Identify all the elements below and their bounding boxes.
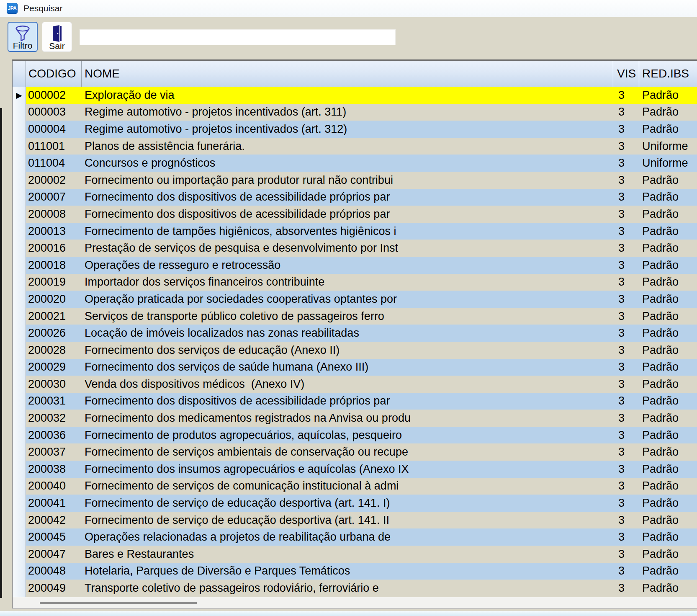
grid-body: ▶ 000002 Exploração de via 3 Padrão 0000… — [13, 87, 697, 597]
table-row[interactable]: 200002 Fornecimento ou importação para p… — [13, 172, 697, 189]
cell-nome: Fornecimento dos dispositivos de acessib… — [82, 393, 613, 410]
cell-vis: 3 — [613, 104, 639, 121]
row-selector-cell — [13, 580, 26, 597]
row-selector-cell — [13, 121, 26, 138]
cell-nome: Operações relacionadas a projetos de rea… — [82, 528, 613, 546]
cell-nome: Concursos e prognósticos — [82, 155, 613, 172]
row-selector-cell — [13, 427, 26, 444]
cell-codigo: 200019 — [26, 274, 82, 291]
cell-codigo: 200041 — [26, 495, 82, 512]
cell-vis: 3 — [613, 495, 639, 512]
cell-redibs: Padrão — [639, 359, 697, 376]
table-row[interactable]: 200040 Fornecimento de serviços de comun… — [13, 478, 697, 495]
cell-vis: 3 — [613, 427, 639, 444]
title-bar: JPA Pesquisar — [0, 0, 697, 17]
header-selector-cell — [13, 61, 26, 87]
table-row[interactable]: 200036 Fornecimento de produtos agropecu… — [13, 427, 697, 444]
row-selector-cell — [13, 359, 26, 376]
cell-redibs: Padrão — [639, 461, 697, 478]
cell-nome: Bares e Restaurantes — [82, 546, 613, 563]
table-row[interactable]: 200030 Venda dos dispositivos médicos (A… — [13, 376, 697, 393]
table-row[interactable]: 200048 Hotelaria, Parques de Diversão e … — [13, 563, 697, 580]
table-row[interactable]: 200029 Fornecimento dos serviços de saúd… — [13, 359, 697, 376]
cell-vis: 3 — [613, 223, 639, 240]
table-row[interactable]: 011004 Concursos e prognósticos 3 Unifor… — [13, 155, 697, 172]
row-selector-cell — [13, 528, 26, 546]
cell-nome: Fornecimento dos dispositivos de acessib… — [82, 206, 613, 223]
table-row[interactable]: 200020 Operação praticada por sociedades… — [13, 291, 697, 308]
app-icon: JPA — [7, 3, 18, 14]
cell-redibs: Padrão — [639, 291, 697, 308]
cell-nome: Importador dos serviços financeiros cont… — [82, 274, 613, 291]
cell-redibs: Uniforme — [639, 155, 697, 172]
cell-redibs: Padrão — [639, 87, 697, 104]
cell-vis: 3 — [613, 563, 639, 580]
cell-vis: 3 — [613, 189, 639, 206]
exit-button[interactable]: Sair — [42, 22, 72, 52]
cell-nome: Fornecimento de tampões higiênicos, abso… — [82, 223, 613, 240]
table-row[interactable]: 200007 Fornecimento dos dispositivos de … — [13, 189, 697, 206]
column-header-nome[interactable]: NOME — [82, 61, 613, 87]
cell-nome: Regime automotivo - projetos incentivado… — [82, 104, 613, 121]
cell-codigo: 000004 — [26, 121, 82, 138]
cell-vis: 3 — [613, 359, 639, 376]
table-row[interactable]: 200031 Fornecimento dos dispositivos de … — [13, 393, 697, 410]
table-row[interactable]: 200021 Serviços de transporte público co… — [13, 308, 697, 325]
table-row[interactable]: 200042 Fornecimento de serviço de educaç… — [13, 512, 697, 529]
cell-redibs: Padrão — [639, 308, 697, 325]
table-row[interactable]: ▶ 000002 Exploração de via 3 Padrão — [13, 87, 697, 104]
cell-codigo: 200049 — [26, 580, 82, 597]
table-row[interactable]: 200041 Fornecimento de serviço de educaç… — [13, 495, 697, 512]
cell-vis: 3 — [613, 546, 639, 563]
background-window-edge — [0, 108, 2, 598]
cell-redibs: Padrão — [639, 274, 697, 291]
search-input[interactable] — [80, 29, 396, 45]
table-row[interactable]: 200045 Operações relacionadas a projetos… — [13, 528, 697, 546]
pesquisar-window: JPA Pesquisar Filtro Sair CODIGO NOME — [0, 0, 697, 616]
row-selector-cell — [13, 478, 26, 495]
cell-redibs: Padrão — [639, 580, 697, 597]
column-header-redibs[interactable]: RED.IBS — [639, 61, 697, 87]
cell-vis: 3 — [613, 172, 639, 189]
cell-vis: 3 — [613, 410, 639, 427]
table-row[interactable]: 011001 Planos de assistência funerária. … — [13, 138, 697, 155]
filter-button[interactable]: Filtro — [8, 22, 38, 52]
cell-nome: Fornecimento ou importação para produtor… — [82, 172, 613, 189]
table-row[interactable]: 200049 Transporte coletivo de passageiro… — [13, 580, 697, 597]
table-row[interactable]: 200026 Locação de imóveis localizados na… — [13, 325, 697, 342]
row-selector-cell — [13, 138, 26, 155]
cell-codigo: 200028 — [26, 342, 82, 359]
cell-nome: Fornecimento de produtos agropecuários, … — [82, 427, 613, 444]
column-header-codigo[interactable]: CODIGO — [26, 61, 82, 87]
row-selector-cell — [13, 206, 26, 223]
table-row[interactable]: 200019 Importador dos serviços financeir… — [13, 274, 697, 291]
table-row[interactable]: 200047 Bares e Restaurantes 3 Padrão — [13, 546, 697, 563]
cell-vis: 3 — [613, 580, 639, 597]
row-selector-cell — [13, 376, 26, 393]
cell-codigo: 000003 — [26, 104, 82, 121]
cell-nome: Fornecimento de serviço de educação desp… — [82, 512, 613, 529]
table-row[interactable]: 000004 Regime automotivo - projetos ince… — [13, 121, 697, 138]
table-row[interactable]: 200037 Fornecimento de serviços ambienta… — [13, 443, 697, 461]
table-row[interactable]: 200008 Fornecimento dos dispositivos de … — [13, 206, 697, 223]
scrollbar-thumb[interactable] — [40, 602, 197, 604]
table-row[interactable]: 200016 Prestação de serviços de pesquisa… — [13, 240, 697, 257]
table-row[interactable]: 000003 Regime automotivo - projetos ince… — [13, 104, 697, 121]
cell-codigo: 200045 — [26, 528, 82, 546]
cell-codigo: 000002 — [26, 87, 82, 104]
column-header-vis[interactable]: VIS — [613, 61, 639, 87]
table-row[interactable]: 200028 Fornecimento dos serviços de educ… — [13, 342, 697, 359]
cell-redibs: Padrão — [639, 478, 697, 495]
cell-nome: Planos de assistência funerária. — [82, 138, 613, 155]
horizontal-scrollbar[interactable] — [13, 597, 697, 609]
table-row[interactable]: 200032 Fornecimento dos medicamentos reg… — [13, 410, 697, 427]
cell-redibs: Padrão — [639, 546, 697, 563]
cell-nome: Fornecimento de serviços de comunicação … — [82, 478, 613, 495]
table-row[interactable]: 200013 Fornecimento de tampões higiênico… — [13, 223, 697, 240]
cell-redibs: Padrão — [639, 495, 697, 512]
table-row[interactable]: 200038 Fornecimento dos insumos agropecu… — [13, 461, 697, 478]
cell-vis: 3 — [613, 342, 639, 359]
cell-vis: 3 — [613, 240, 639, 257]
table-row[interactable]: 200018 Operações de resseguro e retroces… — [13, 257, 697, 274]
cell-redibs: Padrão — [639, 528, 697, 546]
